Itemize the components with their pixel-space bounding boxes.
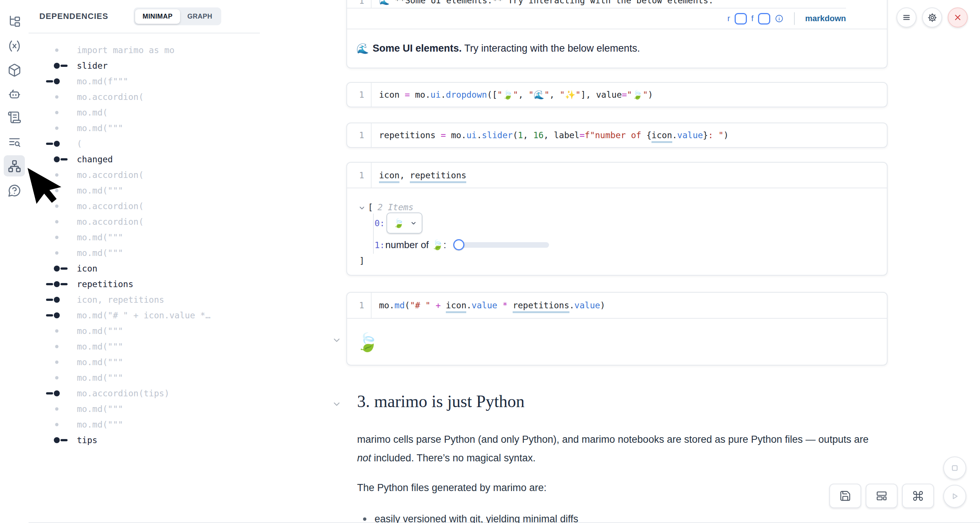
minimap-item[interactable]: mo.accordion( bbox=[29, 214, 260, 230]
minimap-item[interactable]: mo.md(""" bbox=[29, 245, 260, 261]
paragraph: marimo cells parse Python (and only Pyth… bbox=[357, 430, 877, 467]
layout-template-button[interactable] bbox=[865, 484, 897, 508]
notebook-main: 1 🌊 **Some UI elements.** Try interactin… bbox=[260, 0, 980, 523]
stop-button[interactable] bbox=[943, 456, 966, 480]
line-number: 1 bbox=[347, 0, 372, 8]
line-number: 1 bbox=[347, 293, 372, 318]
packages-icon[interactable] bbox=[4, 59, 25, 81]
incoming-edge-icon bbox=[43, 73, 70, 89]
code-line: 🌊 **Some UI elements.** Try interacting … bbox=[372, 0, 713, 8]
dependencies-icon[interactable] bbox=[4, 155, 25, 177]
minimap-item-label: icon bbox=[77, 264, 97, 273]
incoming-edge-icon bbox=[43, 386, 70, 401]
minimap-item[interactable]: mo.accordion(tips) bbox=[29, 386, 260, 401]
line-number: 1 bbox=[347, 163, 372, 188]
raw-string-toggle-label: r bbox=[727, 14, 730, 23]
collapse-chevron-icon[interactable] bbox=[332, 399, 342, 410]
minimap-item-label: mo.md(""" bbox=[77, 357, 123, 367]
variables-icon[interactable] bbox=[4, 35, 25, 56]
minimap-item[interactable]: changed bbox=[29, 151, 260, 167]
dependencies-panel-header: DEPENDENCIES MINIMAP GRAPH bbox=[29, 0, 260, 33]
cell-dot-icon bbox=[43, 105, 70, 120]
logs-icon[interactable] bbox=[4, 107, 25, 128]
code-line: icon = mo.ui.dropdown(["🍃", "🌊", "✨"], v… bbox=[372, 90, 653, 100]
code-editor[interactable]: 1 icon, repetitions bbox=[347, 163, 887, 188]
icon-dropdown[interactable]: 🍃 bbox=[387, 212, 422, 234]
cell-dot-icon bbox=[43, 42, 70, 58]
outgoing-edge-icon bbox=[43, 58, 70, 73]
minimap-item[interactable]: mo.md( bbox=[29, 105, 260, 120]
outgoing-edge-icon bbox=[43, 432, 70, 448]
fstring-checkbox[interactable] bbox=[758, 13, 770, 24]
minimap-item[interactable]: mo.md(f""" bbox=[29, 73, 260, 89]
minimap-item[interactable]: mo.md(""" bbox=[29, 354, 260, 370]
cell-markdown-ui-elements: 1 🌊 **Some UI elements.** Try interactin… bbox=[346, 0, 888, 69]
minimap-item[interactable]: icon, repetitions bbox=[29, 292, 260, 308]
code-editor[interactable]: 1 repetitions = mo.ui.slider(1, 16, labe… bbox=[347, 123, 887, 147]
line-number: 1 bbox=[347, 83, 372, 107]
slider-track[interactable] bbox=[453, 242, 549, 248]
minimap-item[interactable]: mo.md(""" bbox=[29, 370, 260, 386]
minimap-item-label: mo.md(f""" bbox=[77, 77, 128, 86]
minimap-item[interactable]: mo.md(""" bbox=[29, 339, 260, 354]
minimap-item-label: mo.md(""" bbox=[77, 326, 123, 336]
code-line: icon, repetitions bbox=[372, 171, 466, 180]
section-heading: 3. marimo is just Python bbox=[357, 392, 525, 411]
minimap-item[interactable]: mo.md(""" bbox=[29, 323, 260, 339]
language-badge[interactable]: markdown bbox=[805, 14, 846, 23]
cell-tuple-output: 1 icon, repetitions [ 2 Items 0: 🍃 1: nu… bbox=[346, 162, 888, 276]
raw-string-checkbox[interactable] bbox=[735, 13, 747, 24]
minimap-item[interactable]: tips bbox=[29, 432, 260, 448]
cell-dot-icon bbox=[43, 339, 70, 354]
slider-thumb[interactable] bbox=[453, 239, 465, 250]
help-icon[interactable] bbox=[4, 180, 25, 201]
minimap-item[interactable]: mo.md(""" bbox=[29, 401, 260, 417]
run-play-button[interactable] bbox=[943, 485, 966, 508]
minimap-item-label: mo.md(""" bbox=[77, 420, 123, 429]
file-tree-icon[interactable] bbox=[4, 11, 25, 32]
cell-config-row: r f markdown bbox=[347, 8, 887, 29]
fstring-toggle-label: f bbox=[751, 14, 754, 23]
hamburger-menu-button[interactable] bbox=[896, 8, 916, 27]
bullet-icon bbox=[363, 517, 366, 521]
command-key-button[interactable] bbox=[902, 484, 934, 508]
output-text: Try interacting with the below elements. bbox=[465, 43, 640, 54]
minimap-item[interactable]: mo.accordion( bbox=[29, 89, 260, 105]
output-bold-text: Some UI elements. bbox=[373, 43, 462, 54]
cell-dot-icon bbox=[43, 214, 70, 230]
minimap-list: import marimo as moslidermo.md(f"""mo.ac… bbox=[29, 42, 260, 448]
minimap-item-label: mo.md(""" bbox=[77, 373, 123, 383]
save-button[interactable] bbox=[829, 484, 861, 508]
collapse-chevron-icon[interactable] bbox=[332, 335, 342, 346]
minimap-item[interactable]: icon bbox=[29, 261, 260, 276]
chevron-down-icon[interactable] bbox=[358, 204, 366, 214]
minimap-item[interactable]: mo.md(""" bbox=[29, 230, 260, 245]
tree-close-bracket: ] bbox=[360, 256, 364, 266]
leaf-emoji: 🍃 bbox=[356, 332, 379, 353]
snippets-search-icon[interactable] bbox=[4, 131, 25, 153]
minimap-item[interactable]: slider bbox=[29, 58, 260, 73]
minimap-item[interactable]: mo.md(""" bbox=[29, 417, 260, 432]
tree-index-0: 0: bbox=[375, 218, 385, 228]
tree-guide-line bbox=[373, 214, 374, 254]
minimap-item-label: repetitions bbox=[77, 279, 133, 289]
gear-icon-button[interactable] bbox=[922, 8, 942, 27]
minimap-item-label: mo.md( bbox=[77, 108, 108, 117]
tab-minimap[interactable]: MINIMAP bbox=[135, 9, 180, 24]
info-icon[interactable] bbox=[775, 14, 784, 23]
minimap-item[interactable]: repetitions bbox=[29, 276, 260, 292]
code-editor[interactable]: 1 🌊 **Some UI elements.** Try interactin… bbox=[347, 0, 887, 8]
close-x-button[interactable] bbox=[948, 8, 968, 27]
minimap-item[interactable]: mo.accordion( bbox=[29, 167, 260, 183]
minimap-item-label: mo.md(""" bbox=[77, 233, 123, 242]
marimo-notebook-window: DEPENDENCIES MINIMAP GRAPH import marimo… bbox=[0, 0, 980, 523]
code-editor[interactable]: 1 icon = mo.ui.dropdown(["🍃", "🌊", "✨"],… bbox=[347, 83, 887, 107]
minimap-item[interactable]: ( bbox=[29, 136, 260, 151]
minimap-item[interactable]: mo.md(""" bbox=[29, 120, 260, 136]
minimap-item-label: mo.md(""" bbox=[77, 186, 123, 195]
minimap-item[interactable]: mo.md("# " + icon.value *… bbox=[29, 308, 260, 323]
tab-graph[interactable]: GRAPH bbox=[180, 9, 220, 24]
minimap-item[interactable]: import marimo as mo bbox=[29, 42, 260, 58]
ai-chat-icon[interactable] bbox=[4, 84, 25, 105]
code-editor[interactable]: 1 mo.md("# " + icon.value * repetitions.… bbox=[347, 293, 887, 319]
